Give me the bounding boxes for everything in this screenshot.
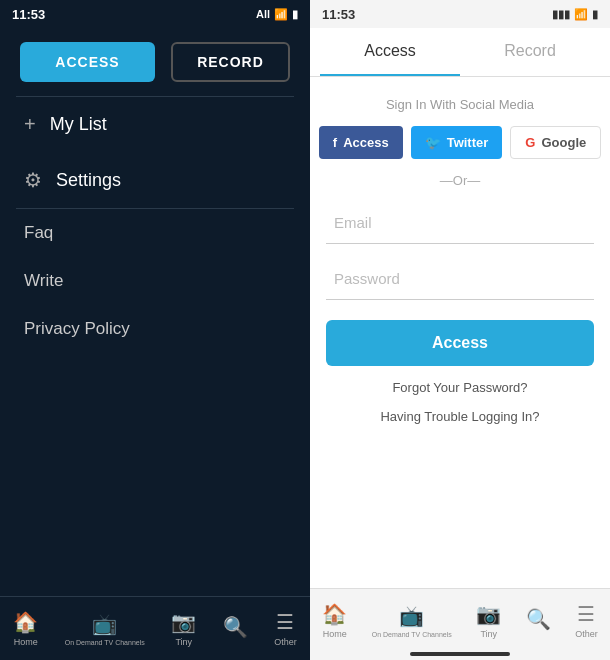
tab-record[interactable]: Record (460, 28, 600, 76)
trouble-login-link[interactable]: Having Trouble Logging In? (326, 409, 594, 424)
r-tiny-label: Tiny (480, 629, 497, 639)
home-icon: 🏠 (13, 610, 38, 634)
r-home-icon: 🏠 (322, 602, 347, 626)
r-menu-icon: ☰ (577, 602, 595, 626)
sidebar-item-privacy[interactable]: Privacy Policy (0, 305, 310, 353)
other-label: Other (274, 637, 297, 647)
right-status-icons: ▮▮▮ 📶 ▮ (552, 8, 598, 21)
facebook-label: Access (343, 135, 389, 150)
menu-icon: ☰ (276, 610, 294, 634)
tab-access[interactable]: Access (320, 28, 460, 76)
left-status-bar: 11:53 All 📶 ▮ (0, 0, 310, 28)
left-nav-home[interactable]: 🏠 Home (13, 610, 38, 647)
home-indicator (410, 652, 510, 656)
google-icon: G (525, 135, 535, 150)
facebook-icon: f (333, 135, 337, 150)
tv-icon: 📺 (92, 612, 117, 636)
mylist-label: My List (50, 114, 107, 135)
privacy-label: Privacy Policy (24, 319, 130, 338)
plus-icon: + (24, 113, 36, 136)
right-nav-home[interactable]: 🏠 Home (322, 602, 347, 639)
left-wifi-icon: 📶 (274, 8, 288, 21)
access-button[interactable]: ACCESS (20, 42, 155, 82)
social-label: Sign In With Social Media (326, 97, 594, 112)
right-panel: 11:53 ▮▮▮ 📶 ▮ Access Record Sign In With… (310, 0, 610, 660)
right-battery-icon: ▮ (592, 8, 598, 21)
tiny-label: Tiny (175, 637, 192, 647)
facebook-button[interactable]: f Access (319, 126, 403, 159)
twitter-button[interactable]: 🐦 Twitter (411, 126, 503, 159)
social-buttons: f Access 🐦 Twitter G Google (326, 126, 594, 159)
left-bottom-nav: 🏠 Home 📺 On Demand TV Channels 📷 Tiny 🔍 … (0, 596, 310, 660)
google-button[interactable]: G Google (510, 126, 601, 159)
left-nav-tiny[interactable]: 📷 Tiny (171, 610, 196, 647)
password-input[interactable] (326, 258, 594, 300)
right-tabs: Access Record (310, 28, 610, 77)
right-time: 11:53 (322, 7, 355, 22)
settings-label: Settings (56, 170, 121, 191)
email-input[interactable] (326, 202, 594, 244)
twitter-label: Twitter (447, 135, 489, 150)
r-camera-icon: 📷 (476, 602, 501, 626)
right-status-bar: 11:53 ▮▮▮ 📶 ▮ (310, 0, 610, 28)
r-search-icon: 🔍 (526, 607, 551, 631)
sidebar-item-settings[interactable]: ⚙ Settings (0, 152, 310, 208)
forgot-password-link[interactable]: Forgot Your Password? (326, 380, 594, 395)
left-network: All (256, 8, 270, 20)
write-label: Write (24, 271, 63, 290)
r-other-label: Other (575, 629, 598, 639)
left-status-icons: All 📶 ▮ (256, 8, 298, 21)
camera-icon: 📷 (171, 610, 196, 634)
google-label: Google (541, 135, 586, 150)
record-button[interactable]: RECORD (171, 42, 290, 82)
left-panel: 11:53 All 📶 ▮ ACCESS RECORD + My List ⚙ … (0, 0, 310, 660)
ondemand-label: On Demand TV Channels (65, 639, 145, 646)
r-tv-icon: 📺 (399, 604, 424, 628)
search-icon: 🔍 (223, 615, 248, 639)
left-nav-other[interactable]: ☰ Other (274, 610, 297, 647)
left-time: 11:53 (12, 7, 45, 22)
left-battery-icon: ▮ (292, 8, 298, 21)
right-bottom-nav: 🏠 Home 📺 On Demand TV Channels 📷 Tiny 🔍 … (310, 588, 610, 652)
twitter-icon: 🐦 (425, 135, 441, 150)
sidebar-item-faq[interactable]: Faq (0, 209, 310, 257)
right-wifi-icon: 📶 (574, 8, 588, 21)
left-nav-search[interactable]: 🔍 (223, 615, 248, 642)
right-nav-ondemand[interactable]: 📺 On Demand TV Channels (372, 604, 452, 638)
left-nav-ondemand[interactable]: 📺 On Demand TV Channels (65, 612, 145, 646)
right-nav-search[interactable]: 🔍 (526, 607, 551, 634)
right-nav-tiny[interactable]: 📷 Tiny (476, 602, 501, 639)
gear-icon: ⚙ (24, 168, 42, 192)
submit-access-button[interactable]: Access (326, 320, 594, 366)
faq-label: Faq (24, 223, 53, 242)
left-top-buttons: ACCESS RECORD (0, 28, 310, 96)
right-nav-other[interactable]: ☰ Other (575, 602, 598, 639)
sidebar-item-write[interactable]: Write (0, 257, 310, 305)
r-ondemand-label: On Demand TV Channels (372, 631, 452, 638)
or-divider: —Or— (326, 173, 594, 188)
home-label: Home (14, 637, 38, 647)
right-signal-icon: ▮▮▮ (552, 8, 570, 21)
sidebar-item-mylist[interactable]: + My List (0, 97, 310, 152)
r-home-label: Home (323, 629, 347, 639)
right-content: Sign In With Social Media f Access 🐦 Twi… (310, 77, 610, 588)
